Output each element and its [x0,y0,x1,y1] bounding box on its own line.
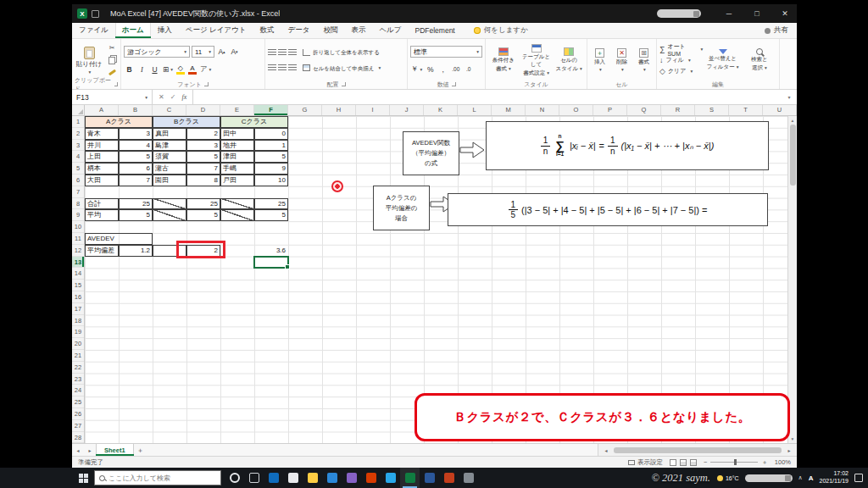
scroll-up-icon[interactable]: ▴ [792,116,794,125]
cell-D5[interactable]: 7 [186,163,220,175]
app-4-icon[interactable] [361,468,381,488]
increase-decimal-button[interactable]: .00 [450,64,461,75]
dialog-launcher-icon[interactable] [114,82,118,86]
font-size-select[interactable]: 11▾ [192,46,214,58]
dialog-launcher-icon[interactable] [452,82,456,86]
powerpoint-icon[interactable] [439,468,459,488]
cell-E1[interactable]: Cクラス [220,116,288,128]
excel-icon[interactable] [400,468,420,488]
taskbar-clock[interactable]: 17:02 2021/11/19 [819,470,849,485]
column-header-U[interactable]: U [763,105,797,115]
cell-E3[interactable]: 地井 [220,140,254,152]
edge-icon[interactable] [322,468,342,488]
cell-C4[interactable]: 須賀 [153,151,186,163]
cell-C2[interactable]: 真田 [153,128,186,140]
fill-button[interactable]: ↓フィル▾ [659,55,703,66]
cell-E4[interactable]: 津田 [220,151,254,163]
row-header-9[interactable]: 9 [72,209,84,221]
hscroll-right-icon[interactable]: ▸ [783,447,795,453]
row-header-7[interactable]: 7 [72,186,84,198]
row-header-27[interactable]: 27 [72,420,84,432]
recorder-slider-overlay[interactable] [657,9,701,18]
cell-F2[interactable]: 0 [254,128,288,140]
maximize-button[interactable]: □ [745,4,769,23]
cell-A8[interactable]: 合計 [85,198,119,210]
taskbar-search[interactable] [94,470,221,485]
column-header-T[interactable]: T [729,105,763,115]
row-header-28[interactable]: 28 [72,432,84,443]
row-header-12[interactable]: 12 [72,245,84,257]
row-header-5[interactable]: 5 [72,163,84,175]
zoom-in-button[interactable]: ＋ [761,458,768,467]
formula-box-class-a[interactable]: 15 (|3 − 5| + |4 − 5| + |5 − 5| + |6 − 5… [448,193,768,226]
cell-B5[interactable]: 6 [119,163,153,175]
tab-insert[interactable]: 挿入 [151,23,179,38]
align-top-icon[interactable] [268,49,276,56]
align-right-icon[interactable] [288,64,297,71]
increase-font-button[interactable]: A▴ [216,47,227,58]
scroll-down-icon[interactable]: ▾ [792,435,794,443]
tab-home[interactable]: ホーム [115,23,151,38]
column-header-M[interactable]: M [492,105,526,115]
cell-A3[interactable]: 井川 [85,140,119,152]
column-header-A[interactable]: A [85,105,119,115]
minimize-button[interactable]: ─ [717,4,741,23]
horizontal-scrollbar[interactable]: ◂ ▸ [598,444,797,456]
autosum-button[interactable]: ∑オート SUM▾ [659,44,703,55]
cell-F9[interactable]: 5 [254,209,288,221]
row-header-21[interactable]: 21 [72,350,84,362]
clear-button[interactable]: ◇クリア▾ [659,66,703,77]
font-color-button[interactable]: A [187,64,198,75]
cell-B4[interactable]: 5 [119,151,153,163]
zoom-slider[interactable] [710,462,758,463]
app-1-icon[interactable] [264,468,283,488]
column-header-G[interactable]: G [288,105,322,115]
cortana-icon[interactable] [225,468,244,488]
borders-button[interactable]: ⊞▾ [162,64,174,75]
tab-file[interactable]: ファイル [72,23,115,38]
format-cells-button[interactable]: ⊞ 書式 ▾ [634,48,654,72]
column-header-C[interactable]: C [153,105,186,115]
tray-expand-icon[interactable]: ∧ [798,474,803,481]
column-header-D[interactable]: D [186,105,220,115]
row-header-22[interactable]: 22 [72,362,84,374]
cell-C6[interactable]: 園田 [153,175,186,186]
zoom-out-button[interactable]: − [704,458,707,466]
tab-data[interactable]: データ [281,23,316,38]
weather-widget[interactable]: 16°C [717,475,739,481]
decrease-font-button[interactable]: A▾ [229,47,240,58]
sort-filter-button[interactable]: 並べ替えと フィルター▾ [705,49,739,71]
page-break-view-icon[interactable] [690,459,697,466]
enter-icon[interactable]: ✓ [170,93,176,101]
sheet-tab-sheet1[interactable]: Sheet1 [96,444,134,456]
tab-formulas[interactable]: 数式 [253,23,281,38]
tab-page-layout[interactable]: ページ レイアウト [179,23,253,38]
column-header-J[interactable]: J [390,105,424,115]
cell-B2[interactable]: 3 [119,128,153,140]
tell-me[interactable]: 何をしますか [474,23,528,38]
row-header-3[interactable]: 3 [72,140,84,152]
row-header-16[interactable]: 16 [72,291,84,303]
row-header-2[interactable]: 2 [72,128,84,140]
decrease-decimal-button[interactable]: .0 [463,64,474,75]
row-header-23[interactable]: 23 [72,374,84,385]
vertical-scrollbar[interactable]: ▴ ▾ [787,116,797,443]
dialog-launcher-icon[interactable] [204,82,209,86]
column-header-O[interactable]: O [559,105,593,115]
cells-layer[interactable]: AVEDEV関数 （平均偏差） の式 1n n∑i=1 |xᵢ − x̄| = … [85,116,797,443]
insert-cells-button[interactable]: ＋ 挿入 ▾ [590,48,609,72]
vertical-scroll-thumb[interactable] [790,125,796,186]
cell-F5[interactable]: 9 [254,163,288,175]
row-header-10[interactable]: 10 [72,221,84,233]
ime-indicator[interactable]: A [809,474,814,482]
sheet-nav-left-icon[interactable]: ◂ [72,444,84,456]
cell-B6[interactable]: 7 [119,175,153,186]
callout-avedev-formula[interactable]: AVEDEV関数 （平均偏差） の式 [403,131,459,175]
callout-class-a-case[interactable]: Aクラスの 平均偏差の 場合 [373,186,430,230]
cell-C5[interactable]: 瀬古 [153,163,186,175]
cell-D2[interactable]: 2 [186,128,220,140]
cell-D3[interactable]: 3 [186,140,220,152]
formula-input[interactable] [193,90,782,104]
column-header-L[interactable]: L [458,105,492,115]
cell-B12[interactable]: 1.2 [119,245,153,257]
